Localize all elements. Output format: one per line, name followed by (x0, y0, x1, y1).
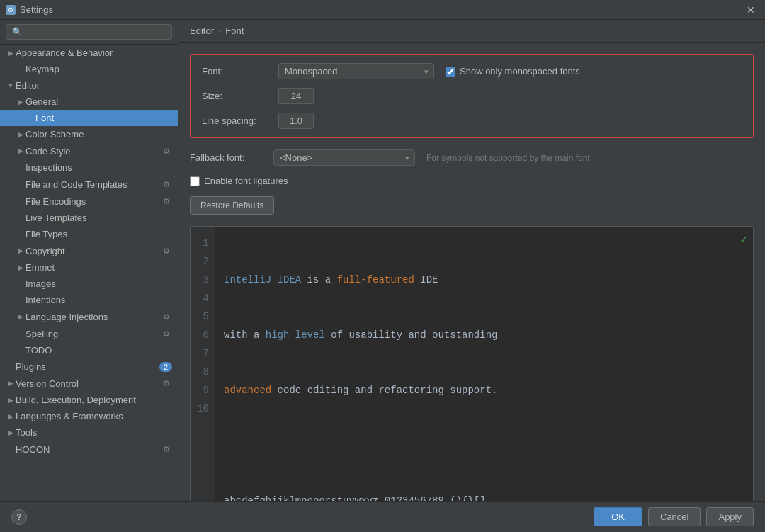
arrow-icon: ▶ (16, 246, 26, 256)
sidebar-item-code-style[interactable]: ▶Code Style⚙ (0, 142, 178, 159)
size-label: Size: (202, 91, 273, 101)
line-spacing-row: Line spacing: (202, 113, 742, 129)
code-line-5: abcdefghijklmnopqrstuvwxyz 0123456789 ()… (224, 492, 744, 501)
sidebar: ▶Appearance & BehaviorKeymap▼Editor▶Gene… (0, 20, 178, 501)
size-input[interactable] (278, 88, 314, 104)
sidebar-label: Keymap (26, 64, 172, 74)
sidebar-label: Spelling (26, 329, 161, 339)
sidebar-item-todo[interactable]: TODO (0, 342, 178, 358)
code-line-3: advanced code editing and refactoring su… (224, 381, 744, 400)
sidebar-label: File Encodings (26, 196, 161, 207)
ok-button[interactable]: OK (594, 507, 642, 526)
line-num-9: 9 (196, 381, 209, 400)
line-spacing-input[interactable] (278, 113, 314, 129)
search-input[interactable] (6, 24, 172, 40)
sidebar-item-emmet[interactable]: ▶Emmet (0, 259, 178, 276)
sidebar-label: Emmet (26, 262, 172, 273)
bottom-left: ? (11, 509, 27, 525)
sidebar-item-hocon[interactable]: HOCON⚙ (0, 441, 178, 458)
sidebar-label: Build, Execution, Deployment (16, 395, 172, 405)
line-num-7: 7 (196, 344, 209, 363)
bottom-right: OK Cancel Apply (594, 507, 754, 526)
fallback-font-select[interactable]: <None> (273, 149, 415, 166)
show-monospaced-label[interactable]: Show only monospaced fonts (460, 66, 580, 77)
main-layout: ▶Appearance & BehaviorKeymap▼Editor▶Gene… (0, 20, 765, 501)
line-num-1: 1 (196, 234, 209, 252)
settings-icon-right: ⚙ (161, 443, 172, 455)
sidebar-item-languages-frameworks[interactable]: ▶Languages & Frameworks (0, 408, 178, 424)
breadcrumb-part-1: Font (225, 26, 244, 36)
arrow-icon: ▶ (16, 263, 26, 273)
help-button[interactable]: ? (11, 509, 27, 525)
settings-icon-right: ⚙ (161, 378, 172, 389)
sidebar-item-intentions[interactable]: Intentions (0, 292, 178, 308)
sidebar-item-plugins[interactable]: Plugins2 (0, 358, 178, 375)
sidebar-label: Color Scheme (26, 129, 172, 140)
code-content: IntelliJ IDEA is a full-featured IDE wit… (215, 227, 753, 501)
ligatures-checkbox[interactable] (190, 176, 200, 186)
line-num-4: 4 (196, 289, 209, 307)
sidebar-item-copyright[interactable]: ▶Copyright⚙ (0, 242, 178, 259)
sidebar-label: File Types (26, 229, 172, 239)
sidebar-item-font[interactable]: Font (0, 110, 178, 126)
sidebar-label: Images (26, 278, 172, 289)
line-num-6: 6 (196, 326, 209, 344)
breadcrumb-sep: › (218, 26, 221, 36)
show-monospaced-checkbox[interactable] (446, 67, 455, 77)
sidebar-label: Live Templates (26, 213, 172, 223)
sidebar-label: Code Style (26, 146, 161, 157)
size-row: Size: (202, 88, 742, 104)
sidebar-label: Languages & Frameworks (16, 411, 172, 421)
sidebar-item-general[interactable]: ▶General (0, 94, 178, 110)
settings-icon-right: ⚙ (161, 311, 172, 322)
sidebar-item-color-scheme[interactable]: ▶Color Scheme (0, 126, 178, 142)
line-spacing-label: Line spacing: (202, 115, 273, 126)
line-num-10: 10 (196, 400, 209, 418)
preview-area: 1 2 3 4 5 6 7 8 9 10 IntelliJ IDEA is a … (190, 226, 754, 501)
breadcrumb-part-0: Editor (190, 26, 214, 36)
sidebar-item-appearance-behavior[interactable]: ▶Appearance & Behavior (0, 45, 178, 61)
sidebar-item-keymap[interactable]: Keymap (0, 61, 178, 77)
font-select[interactable]: Monospaced Consolas Courier New (278, 63, 434, 79)
breadcrumb: Editor › Font (178, 20, 765, 43)
ligatures-label[interactable]: Enable font ligatures (204, 176, 288, 186)
arrow-icon: ▶ (16, 130, 26, 140)
code-line-1: IntelliJ IDEA is a full-featured IDE (224, 271, 744, 289)
check-icon: ✓ (740, 232, 747, 247)
badge: 2 (159, 362, 172, 372)
restore-defaults-button[interactable]: Restore Defaults (190, 196, 274, 215)
sidebar-item-version-control[interactable]: ▶Version Control⚙ (0, 375, 178, 392)
sidebar-item-spelling[interactable]: Spelling⚙ (0, 325, 178, 342)
sidebar-item-inspections[interactable]: Inspections (0, 159, 178, 176)
title-bar-left: ⚙ Settings (6, 4, 53, 15)
line-num-3: 3 (196, 271, 209, 289)
cancel-button[interactable]: Cancel (648, 507, 701, 526)
sidebar-item-editor[interactable]: ▼Editor (0, 77, 178, 94)
settings-icon-right: ⚙ (161, 179, 172, 190)
sidebar-item-images[interactable]: Images (0, 276, 178, 292)
sidebar-item-build-execution-deployment[interactable]: ▶Build, Execution, Deployment (0, 392, 178, 408)
ligatures-row: Enable font ligatures (190, 176, 754, 186)
show-monospaced-row: Show only monospaced fonts (446, 66, 580, 77)
sidebar-item-language-injections[interactable]: ▶Language Injections⚙ (0, 308, 178, 325)
apply-button[interactable]: Apply (706, 507, 754, 526)
arrow-icon: ▶ (6, 48, 16, 58)
bottom-bar: ? OK Cancel Apply (0, 501, 765, 532)
sidebar-item-file-types[interactable]: File Types (0, 226, 178, 242)
fallback-font-label: Fallback font: (190, 152, 268, 163)
sidebar-item-live-templates[interactable]: Live Templates (0, 210, 178, 226)
sidebar-item-file-encodings[interactable]: File Encodings⚙ (0, 193, 178, 210)
search-box (0, 20, 178, 45)
settings-icon-right: ⚙ (161, 196, 172, 207)
sidebar-label: Appearance & Behavior (16, 47, 172, 58)
code-line-4 (224, 436, 744, 455)
sidebar-label: Editor (16, 80, 172, 91)
sidebar-item-file-and-code-templates[interactable]: File and Code Templates⚙ (0, 176, 178, 193)
content-body: Font: Monospaced Consolas Courier New Sh… (178, 43, 765, 501)
arrow-icon: ▶ (6, 412, 16, 421)
sidebar-label: Language Injections (26, 312, 161, 322)
sidebar-item-tools[interactable]: ▶Tools (0, 424, 178, 441)
sidebar-label: Tools (16, 427, 172, 438)
sidebar-label: Plugins (16, 361, 159, 372)
close-button[interactable]: ✕ (742, 3, 759, 17)
